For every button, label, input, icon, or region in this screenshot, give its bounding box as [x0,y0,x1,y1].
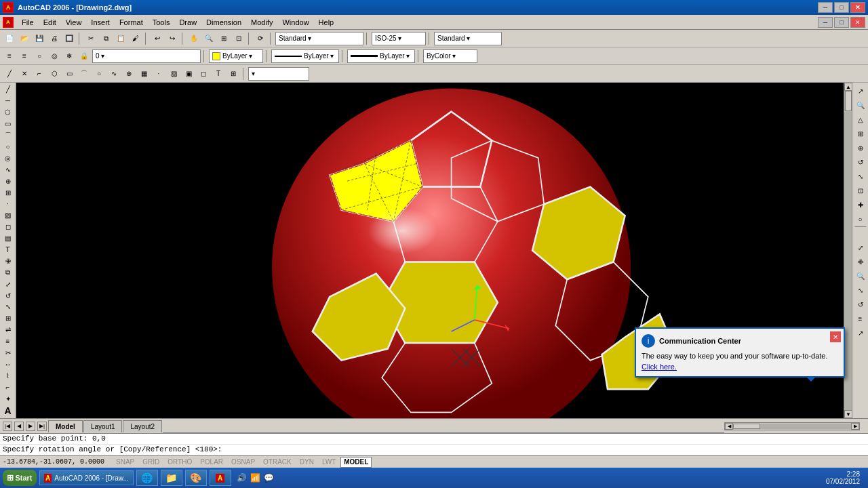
lt-explode[interactable]: ✦ [1,393,15,404]
plotstyle-dropdown[interactable]: ByColor ▾ [423,49,477,63]
paste-button[interactable]: 📋 [114,32,127,45]
inner-minimize-button[interactable]: ─ [818,17,833,28]
linetype-dropdown[interactable]: ByLayer ▾ [271,49,339,63]
zoom-window-button[interactable]: ⊞ [217,32,231,45]
lt-point[interactable]: · [1,199,15,209]
rt-arrow2[interactable]: ↗ [854,326,867,340]
rt-zoom[interactable]: 🔍 [854,98,867,112]
lt-circle[interactable]: ○ [1,142,15,152]
tray-balloon-icon[interactable]: 💬 [264,472,275,483]
status-model[interactable]: MODEL [340,457,372,468]
menu-window[interactable]: Window [278,16,313,29]
zoom-realtime-button[interactable]: 🔍 [202,32,216,45]
status-ortho[interactable]: ORTHO [164,457,195,468]
tray-network-icon[interactable]: 📶 [250,472,261,483]
lt-extend[interactable]: ↔ [1,359,15,369]
layer-iso-button[interactable]: ◎ [47,49,61,63]
taskbar-autocad-btn2[interactable]: A [210,470,231,486]
draw-spline-button[interactable]: ∿ [107,67,121,81]
lt-move[interactable]: ✙ [1,256,15,266]
taskbar-ie-button[interactable]: 🌐 [136,470,158,486]
taskbar-autocad-app[interactable]: A AutoCAD 2006 - [Draw... [39,470,134,485]
scroll-up-button[interactable]: ▲ [844,83,852,91]
rt-rotate2[interactable]: ↺ [854,298,867,311]
lt-break[interactable]: ⌇ [1,370,15,381]
status-grid[interactable]: GRID [139,457,163,468]
draw-point-button[interactable]: · [152,67,165,81]
lt-mirror2[interactable]: ⇌ [1,325,15,336]
draw-arc-button[interactable]: ⌒ [77,67,91,81]
comm-center-close-button[interactable]: ✕ [830,331,841,342]
tab-model[interactable]: Model [48,420,83,432]
lt-trim[interactable]: ✂ [1,348,15,359]
menu-tools[interactable]: Tools [149,16,174,29]
status-dyn[interactable]: DYN [296,457,317,468]
status-polar[interactable]: POLAR [197,457,226,468]
tab-nav-next[interactable]: ▶ [26,422,35,431]
close-button[interactable]: ✕ [850,2,865,13]
rt-properties-plus[interactable]: ⊕ [854,141,867,155]
lt-scale2[interactable]: ⤡ [1,302,15,312]
minimize-button[interactable]: ─ [818,2,833,13]
layer-off-button[interactable]: ○ [33,49,46,63]
tab-layout1[interactable]: Layout1 [83,420,123,432]
inner-close-button[interactable]: ✕ [850,17,865,28]
hscroll-thumb[interactable] [733,424,760,429]
scroll-down-button[interactable]: ▼ [844,410,852,418]
draw-region-button[interactable]: ◻ [197,67,210,81]
match-button[interactable]: 🖌 [129,32,142,45]
draw-circle-button[interactable]: ○ [92,67,106,81]
rt-plus[interactable]: ✚ [854,198,867,211]
named-views-dropdown[interactable]: Standard ▾ [275,32,363,45]
draw-line-button[interactable]: ╱ [3,67,16,81]
pan-button[interactable]: ✋ [187,32,201,45]
tab-nav-prev[interactable]: ◀ [14,422,24,431]
rt-scale3[interactable]: ⤢ [854,241,867,254]
rt-zoom3[interactable]: 🔍 [854,269,867,283]
menu-file[interactable]: File [18,16,38,29]
draw-xline-button[interactable]: ✕ [18,67,31,81]
taskbar-explorer-button[interactable]: 📁 [161,470,182,486]
draw-multiline-button[interactable]: T [212,67,225,81]
workspace-dropdown[interactable]: Standard ▾ [434,32,502,45]
menu-insert[interactable]: Insert [87,16,114,29]
status-osnap[interactable]: OSNAP [228,457,258,468]
status-snap[interactable]: SNAP [113,457,138,468]
maximize-button[interactable]: □ [834,2,849,13]
taskbar-clock[interactable]: 2:28 07/02/2012 [826,470,865,485]
layer-states-button[interactable]: ≡ [18,49,31,63]
save-button[interactable]: 💾 [33,32,46,45]
inner-maximize-button[interactable]: □ [834,17,849,28]
copy-button[interactable]: ⧉ [99,32,113,45]
lt-hatch[interactable]: ▨ [1,210,15,221]
comm-center-link[interactable]: Click here. [642,363,677,371]
lt-arc[interactable]: ⌒ [1,130,15,141]
menu-dimension[interactable]: Dimension [202,16,245,29]
lt-chamfer[interactable]: ⌐ [1,382,15,392]
tray-speaker-icon[interactable]: 🔊 [237,472,248,483]
lt-ellipse[interactable]: ⊕ [1,176,15,186]
lt-multiline[interactable]: ▤ [1,233,15,244]
open-button[interactable]: 📂 [18,32,31,45]
rt-zoom2[interactable]: ⤡ [854,169,867,183]
menu-modify[interactable]: Modify [247,16,277,29]
status-otrack[interactable]: OTRACK [260,457,295,468]
lt-insert[interactable]: ⊞ [1,187,15,198]
tab-layout2[interactable]: Layout2 [123,420,162,432]
lt-line[interactable]: ╱ [1,84,15,95]
menu-format[interactable]: Format [115,16,147,29]
rt-arrow[interactable]: ↗ [854,84,867,98]
draw-hatch-button[interactable]: ▨ [167,67,180,81]
lt-copy-obj[interactable]: ⧉ [1,267,15,278]
rt-more[interactable]: ≡ [854,312,867,325]
draw-rect-button[interactable]: ▭ [62,67,76,81]
undo-button[interactable]: ↩ [151,32,164,45]
status-lwt[interactable]: LWT [319,457,339,468]
lt-rectangle[interactable]: ▭ [1,119,15,129]
viewport-scale-dropdown[interactable]: ISO-25 ▾ [372,32,426,45]
start-button[interactable]: ⊞ Start [3,470,37,486]
rt-circle2[interactable]: ○ [854,212,867,226]
lt-offset[interactable]: ≡ [1,336,15,347]
layer-freeze-button[interactable]: ❄ [62,49,76,63]
menu-help[interactable]: Help [315,16,338,29]
